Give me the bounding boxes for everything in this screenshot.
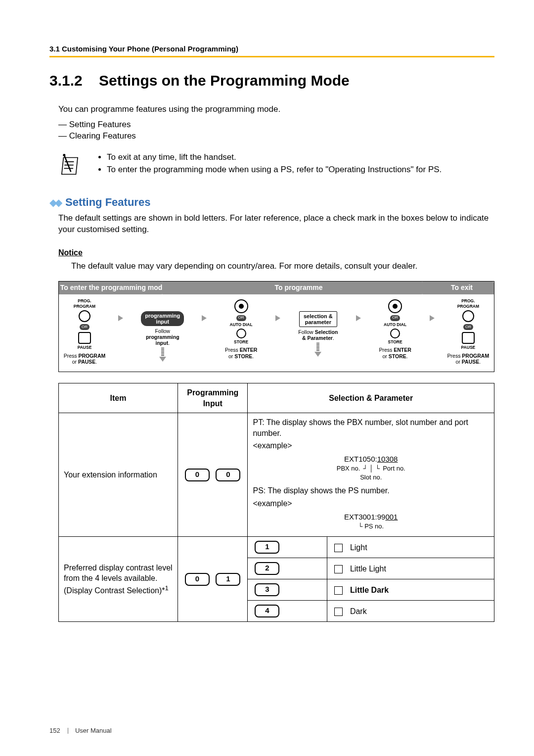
settings-table: Item Programming Input Selection & Param… [58, 383, 494, 622]
table-header-row: Item Programming Input Selection & Param… [59, 383, 494, 413]
subheading-row: ◆◆ Setting Features [49, 196, 494, 209]
button-glyph-circle [462, 310, 474, 322]
flow-caption: Follow programming input. [146, 328, 179, 346]
label-pause: PAUSE [461, 345, 476, 350]
feature-dash-list: Setting Features Clearing Features [58, 119, 494, 142]
cell-option-label: Little Dark [327, 579, 494, 601]
checkbox-icon[interactable] [334, 586, 343, 595]
cell-option-key: 3 [248, 579, 327, 601]
cell-option-key: 1 [248, 537, 327, 558]
table-row: Your extension information 0 0 PT: The d… [59, 413, 494, 537]
keycap: 0 [185, 469, 210, 481]
diamond-bullets-icon: ◆◆ [49, 196, 60, 208]
option-label: Little Dark [350, 586, 389, 594]
arrow-right-icon [275, 315, 280, 321]
option-label: Dark [350, 607, 367, 615]
keycap: 0 [185, 573, 210, 586]
selection-parameter-pill: selection & parameter [299, 311, 337, 327]
keycap: 1 [216, 573, 240, 586]
ps-description: PS: The display shows the PS number. [253, 485, 489, 496]
arrow-down-icon [159, 348, 166, 362]
page-number: 152 [49, 727, 60, 734]
item-line1: Preferred display contrast level from th… [64, 564, 173, 583]
th-programming-input: Programming Input [178, 383, 248, 413]
keycap: 2 [255, 562, 279, 575]
flow-step-enter-mode: PROG. PROGRAM OR PAUSE Press PROGRAM or … [63, 298, 106, 365]
keycap: 3 [255, 583, 279, 596]
nav-enter-icon [234, 299, 248, 313]
keycap: 4 [255, 605, 279, 617]
label-store: STORE [388, 339, 402, 345]
cell-item: Preferred display contrast level from th… [59, 537, 178, 622]
annotation-port: Port no. [383, 464, 405, 473]
note-text: To exit at any time, lift the handset. T… [97, 151, 442, 181]
notice-label: Notice [58, 247, 83, 258]
item-footnote-ref: 1 [165, 584, 169, 592]
example-tag: <example> [253, 498, 489, 509]
example-tag: <example> [253, 440, 489, 451]
flow-header-programme: To programme [163, 282, 428, 294]
arrow-right-icon [356, 315, 361, 321]
label-autodial: AUTO DIAL [384, 322, 406, 328]
cell-option-label: Light [327, 537, 494, 558]
heading-number: 3.1.2 [49, 72, 83, 89]
cell-item: Your extension information [59, 413, 178, 537]
option-label: Light [350, 543, 367, 552]
example-value: EXT3001:99001 [344, 513, 398, 521]
button-glyph-square [462, 332, 475, 344]
th-selection-parameter: Selection & Parameter [248, 383, 494, 413]
checkbox-icon[interactable] [334, 544, 343, 552]
flow-step-exit: PROG. PROGRAM OR PAUSE Press PROGRAM or … [446, 298, 490, 365]
item-line2: (Display Contrast Selection)* [64, 586, 165, 595]
svg-rect-0 [62, 157, 78, 174]
label-prog-program: PROG. PROGRAM [74, 298, 95, 310]
programming-input-pill: programming input [141, 311, 184, 326]
note-block: To exit at any time, lift the handset. T… [58, 151, 494, 181]
note-bullet: To exit at any time, lift the handset. [107, 152, 442, 163]
option-label: Little Light [350, 565, 386, 573]
arrow-right-icon [202, 315, 207, 321]
subheading: Setting Features [65, 196, 150, 209]
or-pill: OR [390, 315, 400, 321]
intro-paragraph: You can programme features using the pro… [58, 104, 494, 115]
flow-caption: Press PROGRAM or PAUSE. [447, 353, 490, 365]
notice-text: The default value may vary depending on … [71, 261, 494, 272]
flow-caption: Follow Selection & Parameter. [298, 329, 338, 341]
page-footer: 152 User Manual [49, 727, 112, 734]
checkbox-icon[interactable] [334, 608, 343, 616]
cell-selection: PT: The display shows the PBX number, sl… [248, 413, 494, 537]
flow-step-enter-store-2: OR AUTO DIAL STORE Press ENTER or STORE. [373, 298, 417, 359]
button-glyph-circle [390, 329, 400, 338]
footer-label: User Manual [75, 727, 112, 734]
dash-item: Setting Features [58, 119, 494, 131]
pt-description: PT: The display shows the PBX number, sl… [253, 417, 489, 438]
dash-item: Clearing Features [58, 131, 494, 142]
cell-option-label: Little Light [327, 558, 494, 579]
keycap: 1 [255, 541, 279, 554]
arrow-right-icon [430, 315, 435, 321]
annotation-slot: Slot no. [253, 473, 489, 482]
or-pill: OR [80, 324, 89, 330]
flow-header-enter: To enter the programming mode [59, 282, 168, 294]
checkbox-icon[interactable] [334, 565, 343, 573]
flow-step-enter-store-1: OR AUTO DIAL STORE Press ENTER or STORE. [219, 298, 264, 359]
label-store: STORE [234, 339, 248, 345]
cell-prog-input: 0 0 [178, 413, 248, 537]
table-row: Preferred display contrast level from th… [59, 537, 494, 558]
subheading-paragraph: The default settings are shown in bold l… [58, 213, 494, 236]
running-header: 3.1 Customising Your Phone (Personal Pro… [49, 45, 494, 53]
cell-option-key: 2 [248, 558, 327, 579]
label-prog-program: PROG. PROGRAM [457, 298, 479, 310]
keycap: 0 [216, 469, 240, 481]
button-glyph-circle [79, 310, 90, 322]
note-bullet: To enter the programming mode when using… [107, 164, 442, 176]
label-autodial: AUTO DIAL [230, 322, 253, 328]
button-glyph-square [78, 332, 91, 344]
annotation-pbx: PBX no. [337, 464, 360, 473]
section-heading: 3.1.2 Settings on the Programming Mode [49, 72, 494, 89]
flow-diagram: To enter the programming mode To program… [58, 281, 494, 373]
heading-title: Settings on the Programming Mode [99, 72, 350, 89]
or-pill: OR [463, 324, 473, 330]
flow-caption: Press ENTER or STORE. [379, 347, 411, 359]
header-rule [49, 56, 494, 57]
